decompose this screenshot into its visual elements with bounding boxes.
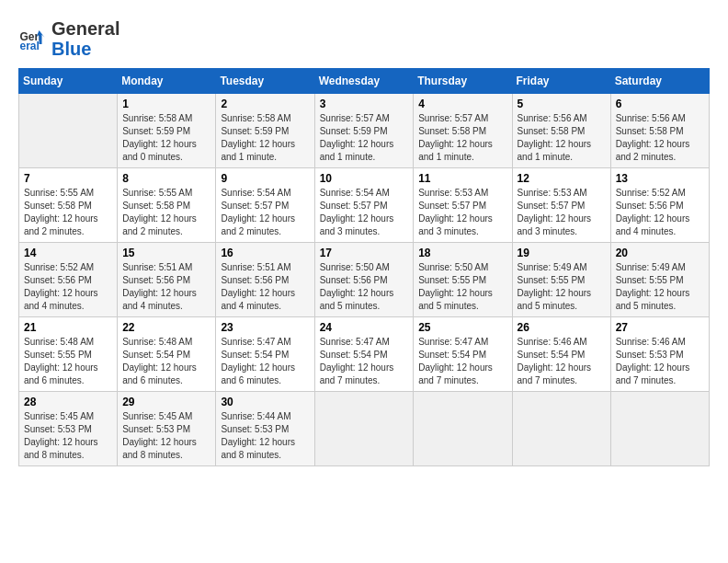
day-number: 12 <box>518 172 606 185</box>
day-info: Sunrise: 5:48 AM Sunset: 5:55 PM Dayligh… <box>24 336 112 387</box>
calendar-cell: 27Sunrise: 5:46 AM Sunset: 5:53 PM Dayli… <box>610 317 709 392</box>
day-info: Sunrise: 5:46 AM Sunset: 5:54 PM Dayligh… <box>518 336 606 387</box>
day-info: Sunrise: 5:57 AM Sunset: 5:58 PM Dayligh… <box>418 112 506 164</box>
day-number: 14 <box>24 247 112 259</box>
day-number: 9 <box>221 172 309 185</box>
calendar-week-row: 14Sunrise: 5:52 AM Sunset: 5:56 PM Dayli… <box>19 243 710 317</box>
day-number: 13 <box>616 172 704 185</box>
day-info: Sunrise: 5:58 AM Sunset: 5:59 PM Dayligh… <box>221 112 309 164</box>
day-info: Sunrise: 5:58 AM Sunset: 5:59 PM Dayligh… <box>122 112 210 164</box>
calendar-cell: 11Sunrise: 5:53 AM Sunset: 5:57 PM Dayli… <box>414 168 512 243</box>
day-number: 16 <box>221 247 309 259</box>
day-number: 6 <box>616 98 704 110</box>
logo: Gen eral General Blue <box>18 18 119 59</box>
calendar-cell: 26Sunrise: 5:46 AM Sunset: 5:54 PM Dayli… <box>512 317 610 392</box>
day-info: Sunrise: 5:45 AM Sunset: 5:53 PM Dayligh… <box>24 410 112 462</box>
day-info: Sunrise: 5:51 AM Sunset: 5:56 PM Dayligh… <box>122 261 210 313</box>
svg-text:eral: eral <box>20 40 40 52</box>
calendar-cell <box>610 392 709 466</box>
day-info: Sunrise: 5:56 AM Sunset: 5:58 PM Dayligh… <box>518 112 606 164</box>
calendar-week-row: 21Sunrise: 5:48 AM Sunset: 5:55 PM Dayli… <box>19 317 710 392</box>
day-info: Sunrise: 5:47 AM Sunset: 5:54 PM Dayligh… <box>320 336 409 387</box>
calendar-cell: 6Sunrise: 5:56 AM Sunset: 5:58 PM Daylig… <box>610 94 709 168</box>
day-header-saturday: Saturday <box>610 69 709 94</box>
calendar-cell: 2Sunrise: 5:58 AM Sunset: 5:59 PM Daylig… <box>216 94 314 168</box>
calendar-cell: 22Sunrise: 5:48 AM Sunset: 5:54 PM Dayli… <box>118 317 216 392</box>
calendar-cell: 25Sunrise: 5:47 AM Sunset: 5:54 PM Dayli… <box>414 317 512 392</box>
day-number: 8 <box>122 172 210 185</box>
calendar-cell: 5Sunrise: 5:56 AM Sunset: 5:58 PM Daylig… <box>512 94 610 168</box>
day-info: Sunrise: 5:48 AM Sunset: 5:54 PM Dayligh… <box>122 336 210 387</box>
calendar-cell: 3Sunrise: 5:57 AM Sunset: 5:59 PM Daylig… <box>314 94 414 168</box>
calendar-cell: 23Sunrise: 5:47 AM Sunset: 5:54 PM Dayli… <box>216 317 314 392</box>
day-number: 3 <box>320 98 409 110</box>
day-info: Sunrise: 5:50 AM Sunset: 5:55 PM Dayligh… <box>418 261 506 313</box>
day-info: Sunrise: 5:54 AM Sunset: 5:57 PM Dayligh… <box>221 187 309 238</box>
day-number: 23 <box>221 321 309 334</box>
day-info: Sunrise: 5:50 AM Sunset: 5:56 PM Dayligh… <box>320 261 409 313</box>
calendar-cell: 4Sunrise: 5:57 AM Sunset: 5:58 PM Daylig… <box>414 94 512 168</box>
day-number: 5 <box>518 98 606 110</box>
day-info: Sunrise: 5:47 AM Sunset: 5:54 PM Dayligh… <box>221 336 309 387</box>
calendar-cell: 13Sunrise: 5:52 AM Sunset: 5:56 PM Dayli… <box>610 168 709 243</box>
day-number: 28 <box>24 396 112 408</box>
calendar-header-row: SundayMondayTuesdayWednesdayThursdayFrid… <box>19 69 710 94</box>
calendar-body: 1Sunrise: 5:58 AM Sunset: 5:59 PM Daylig… <box>19 94 710 466</box>
day-info: Sunrise: 5:49 AM Sunset: 5:55 PM Dayligh… <box>616 261 704 313</box>
day-number: 30 <box>221 396 309 408</box>
day-number: 17 <box>320 247 409 259</box>
day-number: 22 <box>122 321 210 334</box>
day-header-thursday: Thursday <box>414 69 512 94</box>
day-info: Sunrise: 5:49 AM Sunset: 5:55 PM Dayligh… <box>518 261 606 313</box>
calendar-cell: 14Sunrise: 5:52 AM Sunset: 5:56 PM Dayli… <box>19 243 118 317</box>
day-number: 26 <box>518 321 606 334</box>
calendar-week-row: 7Sunrise: 5:55 AM Sunset: 5:58 PM Daylig… <box>19 168 710 243</box>
calendar-cell: 19Sunrise: 5:49 AM Sunset: 5:55 PM Dayli… <box>512 243 610 317</box>
calendar-cell: 15Sunrise: 5:51 AM Sunset: 5:56 PM Dayli… <box>118 243 216 317</box>
logo-text: General Blue <box>51 18 119 59</box>
calendar-cell: 1Sunrise: 5:58 AM Sunset: 5:59 PM Daylig… <box>118 94 216 168</box>
day-info: Sunrise: 5:57 AM Sunset: 5:59 PM Dayligh… <box>320 112 409 164</box>
day-info: Sunrise: 5:55 AM Sunset: 5:58 PM Dayligh… <box>122 187 210 238</box>
calendar-cell: 20Sunrise: 5:49 AM Sunset: 5:55 PM Dayli… <box>610 243 709 317</box>
day-info: Sunrise: 5:56 AM Sunset: 5:58 PM Dayligh… <box>616 112 704 164</box>
calendar-cell <box>19 94 118 168</box>
calendar-cell: 7Sunrise: 5:55 AM Sunset: 5:58 PM Daylig… <box>19 168 118 243</box>
calendar-cell: 30Sunrise: 5:44 AM Sunset: 5:53 PM Dayli… <box>216 392 314 466</box>
day-number: 10 <box>320 172 409 185</box>
day-number: 11 <box>418 172 506 185</box>
day-header-tuesday: Tuesday <box>216 69 314 94</box>
calendar-table: SundayMondayTuesdayWednesdayThursdayFrid… <box>18 68 710 466</box>
calendar-cell: 28Sunrise: 5:45 AM Sunset: 5:53 PM Dayli… <box>19 392 118 466</box>
day-info: Sunrise: 5:52 AM Sunset: 5:56 PM Dayligh… <box>24 261 112 313</box>
day-number: 27 <box>616 321 704 334</box>
calendar-cell: 8Sunrise: 5:55 AM Sunset: 5:58 PM Daylig… <box>118 168 216 243</box>
day-header-sunday: Sunday <box>19 69 118 94</box>
day-header-friday: Friday <box>512 69 610 94</box>
day-info: Sunrise: 5:46 AM Sunset: 5:53 PM Dayligh… <box>616 336 704 387</box>
calendar-cell <box>314 392 414 466</box>
calendar-week-row: 28Sunrise: 5:45 AM Sunset: 5:53 PM Dayli… <box>19 392 710 466</box>
day-number: 25 <box>418 321 506 334</box>
day-number: 19 <box>518 247 606 259</box>
day-header-wednesday: Wednesday <box>314 69 414 94</box>
calendar-cell: 9Sunrise: 5:54 AM Sunset: 5:57 PM Daylig… <box>216 168 314 243</box>
day-number: 21 <box>24 321 112 334</box>
day-info: Sunrise: 5:53 AM Sunset: 5:57 PM Dayligh… <box>418 187 506 238</box>
day-number: 29 <box>122 396 210 408</box>
day-info: Sunrise: 5:54 AM Sunset: 5:57 PM Dayligh… <box>320 187 409 238</box>
day-number: 20 <box>616 247 704 259</box>
day-number: 1 <box>122 98 210 110</box>
calendar-week-row: 1Sunrise: 5:58 AM Sunset: 5:59 PM Daylig… <box>19 94 710 168</box>
day-header-monday: Monday <box>118 69 216 94</box>
day-info: Sunrise: 5:47 AM Sunset: 5:54 PM Dayligh… <box>418 336 506 387</box>
calendar-cell <box>414 392 512 466</box>
day-number: 24 <box>320 321 409 334</box>
day-info: Sunrise: 5:44 AM Sunset: 5:53 PM Dayligh… <box>221 410 309 462</box>
day-info: Sunrise: 5:52 AM Sunset: 5:56 PM Dayligh… <box>616 187 704 238</box>
calendar-cell <box>512 392 610 466</box>
day-info: Sunrise: 5:53 AM Sunset: 5:57 PM Dayligh… <box>518 187 606 238</box>
calendar-cell: 10Sunrise: 5:54 AM Sunset: 5:57 PM Dayli… <box>314 168 414 243</box>
calendar-cell: 16Sunrise: 5:51 AM Sunset: 5:56 PM Dayli… <box>216 243 314 317</box>
page-header: Gen eral General Blue <box>18 18 710 59</box>
